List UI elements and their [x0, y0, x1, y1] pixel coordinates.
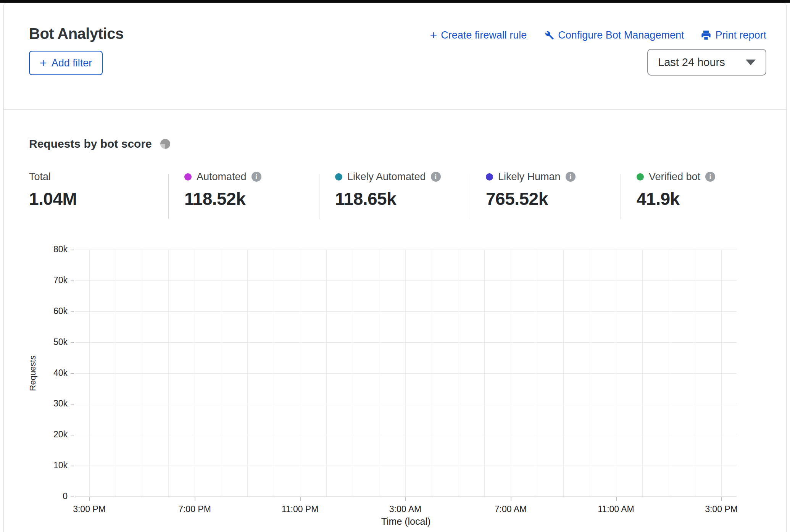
info-icon[interactable]: i — [431, 172, 441, 182]
stat-value: 765.52k — [486, 189, 576, 209]
stacked-bar-8-00-pm[interactable] — [211, 391, 232, 497]
stat-block-likely-automated: Likely Automatedi118.65k — [335, 170, 441, 209]
add-filter-label: Add filter — [52, 57, 92, 69]
stacked-bar-3-00-pm[interactable] — [711, 489, 732, 497]
stat-separator — [319, 174, 319, 219]
stat-label: Likely Automated — [347, 171, 426, 183]
stacked-bar-5-00-pm[interactable] — [132, 368, 153, 497]
stacked-bar-1-00-pm[interactable] — [658, 363, 679, 497]
stacked-bar-6-00-am[interactable] — [474, 274, 495, 497]
info-icon[interactable]: i — [252, 172, 261, 182]
header-divider — [4, 109, 786, 110]
stat-separator — [168, 174, 169, 219]
stacked-bar-4-00-pm[interactable] — [105, 370, 126, 497]
chevron-down-icon — [746, 60, 756, 65]
create-firewall-rule-label: Create firewall rule — [441, 29, 527, 41]
plus-icon: + — [430, 29, 437, 41]
legend-dot — [335, 173, 342, 181]
legend-dot — [184, 173, 192, 181]
create-firewall-rule-link[interactable]: + Create firewall rule — [430, 29, 527, 41]
stacked-bar-10-00-am[interactable] — [579, 346, 600, 497]
stat-value: 118.65k — [335, 189, 441, 209]
configure-bot-management-label: Configure Bot Management — [558, 29, 684, 41]
configure-bot-management-link[interactable]: Configure Bot Management — [543, 29, 684, 41]
stacked-bar-9-00-pm[interactable] — [237, 393, 258, 497]
time-range-dropdown[interactable]: Last 24 hours — [647, 49, 766, 76]
stat-block-verified-bot: Verified boti41.9k — [637, 170, 715, 209]
legend-dot — [637, 173, 644, 181]
page-title: Bot Analytics — [29, 25, 124, 42]
stacked-bar-2-00-am[interactable] — [369, 379, 390, 497]
stacked-bar-7-00-am[interactable] — [500, 318, 521, 497]
stacked-bar-12-00-pm[interactable] — [632, 356, 653, 497]
stacked-bar-12-00-am[interactable] — [316, 382, 337, 497]
stacked-bar-10-00-pm[interactable] — [263, 380, 284, 497]
stat-label: Automated — [197, 171, 247, 183]
stat-label: Likely Human — [498, 171, 561, 183]
stacked-bar-5-00-am[interactable] — [448, 371, 469, 497]
plus-icon: + — [40, 57, 47, 69]
stacked-bar-1-00-am[interactable] — [342, 379, 363, 497]
header-actions: + Create firewall rule Configure Bot Man… — [430, 29, 766, 41]
window-top-edge — [0, 0, 790, 3]
stacked-bar-11-00-pm[interactable] — [290, 376, 311, 497]
stacked-bar-9-00-am[interactable] — [553, 322, 574, 497]
stats-row: Total1.04MAutomatedi118.52kLikely Automa… — [4, 170, 787, 220]
stacked-bar-3-00-am[interactable] — [395, 391, 416, 497]
stat-value: 41.9k — [637, 189, 715, 209]
stacked-bar-4-00-am[interactable] — [421, 389, 442, 497]
stacked-bar-6-00-pm[interactable] — [158, 378, 179, 497]
info-icon[interactable]: i — [566, 172, 576, 182]
stacked-bar-7-00-pm[interactable] — [184, 377, 205, 497]
stat-label: Verified bot — [649, 171, 700, 183]
stat-separator — [621, 174, 621, 219]
printer-icon — [701, 30, 711, 40]
info-icon[interactable]: i — [705, 172, 715, 182]
stacked-bar-2-00-pm[interactable] — [685, 366, 706, 497]
stacked-bar-11-00-am[interactable] — [606, 356, 627, 497]
wrench-icon — [543, 30, 554, 40]
stat-value: 118.52k — [184, 189, 261, 209]
stacked-bar-3-00-pm[interactable] — [79, 366, 100, 497]
stat-block-automated: Automatedi118.52k — [184, 170, 261, 209]
stat-value: 1.04M — [29, 189, 77, 209]
pie-chart-icon — [160, 139, 170, 149]
legend-dot — [486, 173, 493, 181]
stacked-bar-8-00-am[interactable] — [527, 320, 548, 497]
stat-label: Total — [29, 171, 51, 183]
time-range-value: Last 24 hours — [658, 56, 725, 69]
add-filter-button[interactable]: + Add filter — [29, 51, 103, 75]
print-report-link[interactable]: Print report — [701, 29, 766, 41]
stat-separator — [470, 174, 470, 219]
section-title: Requests by bot score — [29, 137, 152, 150]
stat-block-likely-human: Likely Humani765.52k — [486, 170, 576, 209]
section-title-row: Requests by bot score — [29, 137, 170, 150]
print-report-label: Print report — [715, 29, 766, 41]
stat-block-total: Total1.04M — [29, 170, 77, 209]
